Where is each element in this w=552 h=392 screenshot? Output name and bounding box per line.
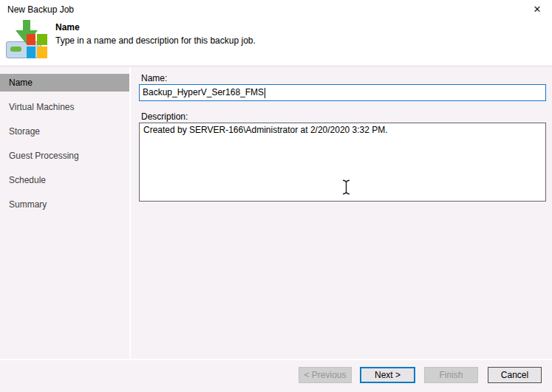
wizard-header: Name Type in a name and description for … (0, 19, 552, 66)
job-name-value: Backup_HyperV_Ser168_FMS (143, 87, 264, 97)
name-field-label: Name: (141, 73, 167, 83)
close-icon[interactable]: ✕ (528, 2, 546, 17)
step-subtitle: Type in a name and description for this … (55, 35, 256, 46)
wizard-body: Name Virtual Machines Storage Guest Proc… (0, 66, 552, 359)
windows-logo-blue-tile (27, 47, 35, 58)
wizard-footer: < Previous Next > Finish Cancel (0, 359, 552, 392)
step-content: Name: Backup_HyperV_Ser168_FMS Descripti… (132, 66, 552, 359)
text-caret (265, 88, 265, 98)
next-button[interactable]: Next > (360, 367, 415, 383)
job-description-textarea[interactable]: Created by SERVER-166\Administrator at 2… (139, 123, 546, 202)
sidebar-item-summary[interactable]: Summary (0, 196, 129, 213)
windows-logo-yellow-tile (37, 47, 47, 58)
windows-logo-icon (27, 34, 47, 58)
sidebar-item-storage[interactable]: Storage (0, 123, 129, 140)
vm-screen-dash-icon (10, 47, 21, 52)
new-backup-job-dialog: New Backup Job ✕ Name Type in a name and… (0, 0, 552, 392)
step-title: Name (55, 22, 80, 32)
sidebar-item-schedule[interactable]: Schedule (0, 171, 129, 189)
cancel-button[interactable]: Cancel (488, 367, 542, 383)
job-name-input[interactable]: Backup_HyperV_Ser168_FMS (139, 84, 546, 101)
finish-button: Finish (424, 367, 478, 383)
previous-button: < Previous (299, 367, 352, 383)
window-title: New Backup Job (7, 4, 74, 15)
backup-job-icon (6, 20, 50, 63)
windows-logo-red-tile (27, 34, 35, 45)
windows-logo-green-tile (37, 34, 47, 45)
sidebar-item-guest-processing[interactable]: Guest Processing (0, 147, 129, 165)
wizard-steps-sidebar: Name Virtual Machines Storage Guest Proc… (0, 66, 131, 359)
description-field-label: Description: (141, 111, 188, 122)
sidebar-item-virtual-machines[interactable]: Virtual Machines (0, 98, 129, 116)
titlebar: New Backup Job ✕ (0, 0, 552, 19)
sidebar-item-name[interactable]: Name (0, 74, 129, 92)
